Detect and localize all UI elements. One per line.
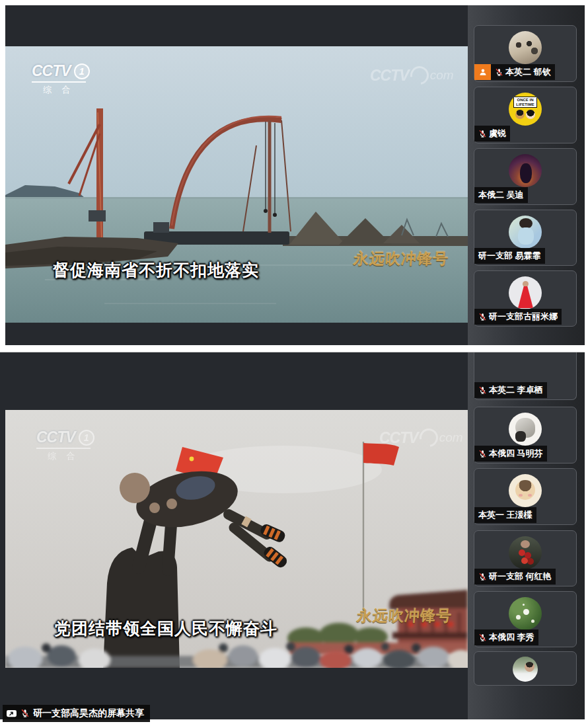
- participant-name: 本俄二 吴迪: [478, 189, 524, 201]
- channel-number-badge: 1: [74, 63, 90, 79]
- muted-mic-icon: [478, 573, 487, 581]
- muted-mic-icon: [478, 450, 487, 458]
- shared-screen-video-bottom: CCTV 1 综 合 CCTV com 党团结带领全国人民不懈奋斗 永远吹冲锋号: [5, 410, 468, 668]
- participant-tile[interactable]: ONCE IN LIFETIME 虞锐: [474, 87, 577, 143]
- watermark-swirl-icon: [416, 425, 441, 451]
- participant-name: 本英二 李卓栖: [489, 384, 543, 396]
- muted-mic-icon: [478, 130, 487, 138]
- participant-tile[interactable]: 本英二 李卓栖: [474, 352, 577, 400]
- cctv-com-watermark: CCTV com: [379, 428, 463, 447]
- participant-tile[interactable]: 研一支部古丽米娜: [474, 270, 577, 327]
- participant-tile[interactable]: [474, 651, 577, 686]
- participant-tile[interactable]: 本俄二 吴迪: [474, 148, 577, 205]
- participant-name: 本英二 郁钦: [505, 66, 551, 78]
- cctv1-channel-logo: CCTV 1 综 合: [36, 428, 94, 462]
- avatar: [509, 216, 542, 249]
- participant-name: 研一支部 何红艳: [489, 571, 552, 583]
- participant-sidebar-bottom[interactable]: 本英二 李卓栖 本俄四 马明芬 本英一 王湲楪: [468, 352, 585, 719]
- screen-share-banner: 研一支部高昊杰的屏幕共享: [3, 705, 150, 722]
- channel-caption: 综 合: [36, 448, 91, 462]
- channel-caption: 综 合: [32, 81, 86, 96]
- presenter-icon: [474, 64, 491, 80]
- avatar: [509, 474, 542, 507]
- muted-mic-icon: [20, 709, 30, 718]
- muted-mic-icon: [478, 386, 487, 395]
- avatar: [513, 657, 538, 682]
- participant-name: 本俄四 马明芬: [489, 448, 543, 460]
- cctv-wordmark: CCTV: [36, 428, 75, 446]
- participant-name: 本俄四 李秀: [489, 631, 534, 643]
- avatar-badge-text: ONCE IN LIFETIME: [513, 97, 537, 108]
- cctv-com-watermark: CCTV com: [370, 66, 454, 85]
- meeting-window-bottom: CCTV 1 综 合 CCTV com 党团结带领全国人民不懈奋斗 永远吹冲锋号…: [0, 352, 585, 719]
- broadcast-subtitle: 督促海南省不折不扣地落实: [53, 259, 259, 281]
- program-title-watermark: 永远吹冲锋号: [356, 606, 453, 626]
- participant-name: 研一支部古丽米娜: [489, 311, 558, 323]
- participant-tile[interactable]: 本英二 郁钦: [474, 25, 577, 82]
- participant-tile[interactable]: 本英一 王湲楪: [474, 468, 577, 525]
- participant-tile[interactable]: 本俄四 李秀: [474, 591, 577, 647]
- avatar: [509, 154, 542, 187]
- participant-tile[interactable]: 研一支部 何红艳: [474, 530, 577, 586]
- avatar: [509, 536, 542, 569]
- stacked-meeting-screenshots: CCTV 1 综 合 CCTV com 督促海南省不折不扣地落实 永远吹冲锋号: [0, 0, 588, 726]
- meeting-window-top: CCTV 1 综 合 CCTV com 督促海南省不折不扣地落实 永远吹冲锋号: [5, 5, 585, 345]
- screen-share-label: 研一支部高昊杰的屏幕共享: [33, 707, 144, 719]
- watermark-swirl-icon: [406, 63, 432, 89]
- avatar: [509, 597, 542, 630]
- participant-name: 研一支部 易霖霏: [478, 250, 541, 262]
- participant-tile[interactable]: 本俄四 马明芬: [474, 407, 577, 464]
- broadcast-subtitle: 党团结带领全国人民不懈奋斗: [54, 618, 277, 639]
- participant-tile[interactable]: 研一支部 易霖霏: [474, 210, 577, 266]
- cctv-wordmark: CCTV: [32, 62, 71, 80]
- participant-name: 本英一 王湲楪: [478, 509, 533, 521]
- muted-mic-icon: [478, 633, 487, 642]
- avatar: [509, 276, 542, 309]
- shared-screen-video-top: CCTV 1 综 合 CCTV com 督促海南省不折不扣地落实 永远吹冲锋号: [5, 46, 468, 323]
- program-title-watermark: 永远吹冲锋号: [353, 249, 449, 269]
- participant-sidebar-top[interactable]: 本英二 郁钦 ONCE IN LIFETIME 虞锐: [468, 5, 585, 345]
- channel-number-badge: 1: [79, 430, 94, 446]
- participant-name: 虞锐: [489, 128, 506, 140]
- screen-share-icon: [6, 709, 17, 719]
- avatar: [509, 413, 542, 446]
- cctv1-channel-logo: CCTV 1 综 合: [32, 62, 90, 96]
- muted-mic-icon: [495, 68, 503, 77]
- muted-mic-icon: [478, 313, 487, 321]
- avatar: ONCE IN LIFETIME: [509, 93, 542, 126]
- avatar: [509, 31, 542, 64]
